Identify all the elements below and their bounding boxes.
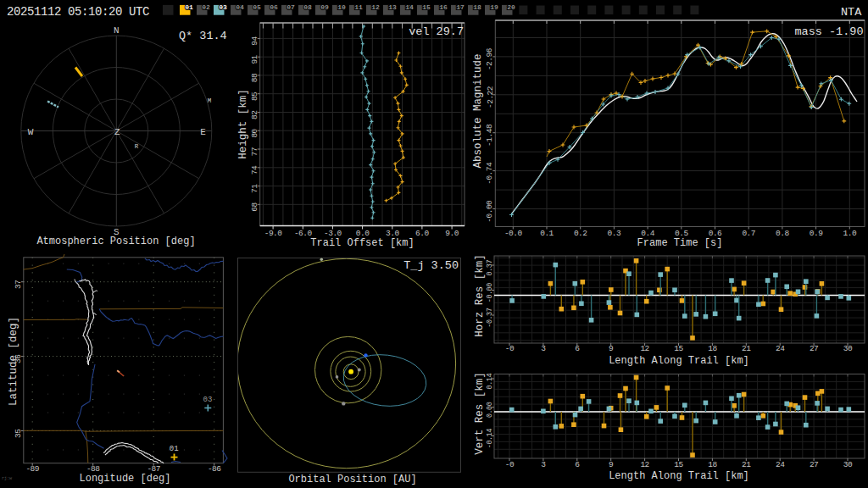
svg-text:19: 19 [490,3,498,11]
svg-text:35: 35 [14,429,23,438]
svg-text:12: 12 [371,3,380,11]
svg-text:6.0: 6.0 [415,229,429,238]
svg-text:-86: -86 [208,464,221,474]
svg-text:04: 04 [236,3,244,11]
svg-text:rj:w: rj:w [2,476,12,481]
svg-text:20: 20 [507,3,515,11]
svg-text:vel 29.7: vel 29.7 [409,25,464,38]
svg-text:mass -1.90: mass -1.90 [794,25,863,38]
svg-text:Trail Offset [km]: Trail Offset [km] [310,237,414,249]
svg-text:0.7: 0.7 [742,229,755,238]
svg-text:Horz Res [km]: Horz Res [km] [474,254,486,337]
svg-text:77: 77 [250,147,259,156]
svg-text:-2.22: -2.22 [486,86,495,108]
svg-text:06: 06 [270,3,278,11]
svg-text:9.0: 9.0 [445,229,459,238]
svg-text:0.00: 0.00 [487,402,495,418]
svg-text:01: 01 [170,445,179,453]
svg-text:-9.0: -9.0 [264,229,283,238]
svg-text:0.3: 0.3 [608,229,621,238]
svg-text:-6.0: -6.0 [294,229,313,238]
svg-text:Latitude [deg]: Latitude [deg] [8,317,19,406]
svg-text:94: 94 [250,36,259,46]
svg-text:27: 27 [810,460,818,469]
svg-text:Q* 31.4: Q* 31.4 [179,30,227,42]
svg-text:-0: -0 [505,344,515,353]
svg-text:85: 85 [250,92,259,101]
svg-text:30: 30 [843,344,853,353]
svg-text:12: 12 [640,344,649,353]
svg-text:-0.0: -0.0 [504,229,523,238]
svg-text:9: 9 [609,460,614,469]
svg-text:N: N [114,25,120,36]
svg-text:1.0: 1.0 [843,229,856,238]
svg-text:15: 15 [674,460,683,469]
svg-text:-2.96: -2.96 [486,47,495,70]
svg-text:M: M [208,97,212,104]
svg-text:07: 07 [287,3,295,11]
svg-text:0.2: 0.2 [574,229,587,238]
svg-text:24: 24 [776,344,785,353]
svg-text:20251112 05:10:20 UTC: 20251112 05:10:20 UTC [7,5,149,19]
svg-text:Longitude [deg]: Longitude [deg] [79,473,170,485]
svg-text:Frame Time [s]: Frame Time [s] [637,237,723,249]
svg-text:21: 21 [742,460,751,469]
svg-text:Length Along Trail [km]: Length Along Trail [km] [609,355,749,367]
svg-text:82: 82 [250,110,259,119]
svg-text:27: 27 [810,344,818,353]
svg-text:-0: -0 [505,460,515,469]
svg-text:6: 6 [575,460,580,469]
svg-text:NTA: NTA [841,6,862,19]
svg-text:-0.14: -0.14 [487,429,495,448]
svg-text:-1.48: -1.48 [486,124,495,147]
svg-text:Height [km]: Height [km] [237,89,249,159]
svg-text:-0.74: -0.74 [486,162,495,185]
svg-text:-0.37: -0.37 [487,308,495,327]
svg-text:Length Along Trail [km]: Length Along Trail [km] [609,470,749,482]
svg-text:6: 6 [575,344,580,353]
svg-text:30: 30 [843,460,853,469]
svg-text:71: 71 [250,184,259,193]
svg-text:-89: -89 [25,464,39,474]
svg-text:-0.00: -0.00 [487,283,495,302]
svg-text:15: 15 [674,344,683,353]
svg-text:9: 9 [609,344,614,353]
svg-text:88: 88 [250,73,259,82]
svg-text:W: W [28,127,34,137]
svg-text:91: 91 [250,54,259,64]
svg-text:37: 37 [14,280,23,289]
svg-text:09: 09 [320,3,329,11]
svg-text:05: 05 [253,3,261,11]
svg-text:R: R [135,143,139,150]
svg-text:0.9: 0.9 [810,229,823,238]
svg-text:17: 17 [456,3,465,11]
svg-text:74: 74 [250,165,259,175]
svg-text:Orbital Position [AU]: Orbital Position [AU] [288,474,416,485]
svg-text:18: 18 [473,3,481,11]
svg-text:E: E [200,127,206,137]
svg-text:3: 3 [541,460,546,469]
svg-text:T_j 3.50: T_j 3.50 [403,259,459,272]
svg-text:08: 08 [303,3,312,11]
svg-text:3: 3 [541,344,546,353]
svg-text:Z: Z [114,127,120,137]
svg-text:01: 01 [185,3,193,11]
svg-text:11: 11 [354,3,363,11]
svg-text:Vert Res [km]: Vert Res [km] [474,372,486,455]
svg-text:68: 68 [250,202,259,212]
svg-text:0.14: 0.14 [487,374,495,390]
svg-text:-0.00: -0.00 [486,200,495,223]
svg-text:18: 18 [708,460,717,469]
svg-text:0.8: 0.8 [776,229,789,238]
svg-text:12: 12 [640,460,649,469]
svg-text:15: 15 [422,3,431,11]
svg-text:80: 80 [250,128,259,137]
svg-text:Absolute Magnitude: Absolute Magnitude [472,53,484,168]
svg-text:02: 02 [202,3,210,11]
svg-text:0.37: 0.37 [487,260,495,276]
svg-text:03: 03 [219,3,227,11]
svg-text:Atmospheric Position [deg]: Atmospheric Position [deg] [36,236,195,247]
svg-text:24: 24 [776,460,785,469]
svg-text:13: 13 [388,3,397,11]
svg-text:16: 16 [439,3,448,11]
